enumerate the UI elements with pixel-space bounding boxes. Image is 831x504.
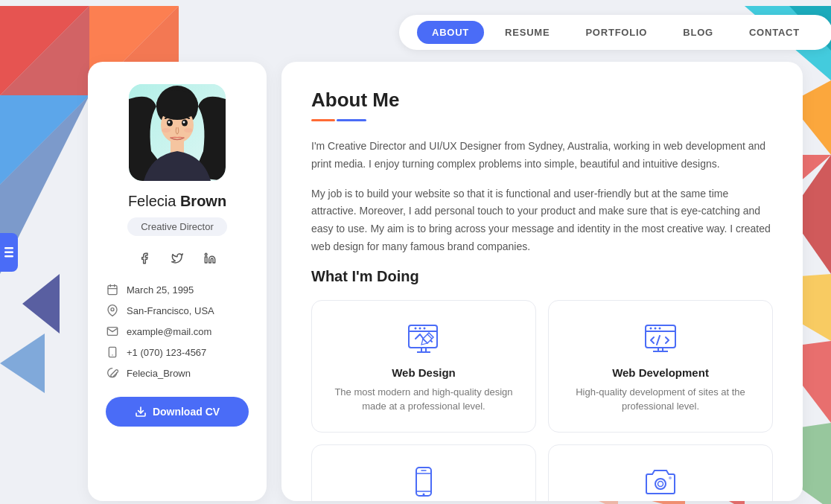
role-badge: Creative Director: [127, 217, 227, 236]
underline-orange: [311, 119, 335, 121]
svg-point-39: [111, 308, 114, 311]
email-info: example@mail.com: [106, 325, 249, 337]
svg-point-45: [415, 327, 417, 329]
nav-bar: ABOUT RESUME PORTFOLIO BLOG CONTACT: [118, 15, 831, 50]
about-para-2: My job is to build your website so that …: [311, 185, 773, 256]
twitter-icon[interactable]: [167, 248, 188, 269]
svg-rect-68: [4, 247, 13, 249]
svg-point-56: [659, 327, 661, 329]
svg-rect-69: [4, 251, 13, 253]
svg-point-31: [162, 128, 171, 133]
underline-blue: [337, 119, 366, 121]
svg-point-29: [168, 121, 171, 124]
social-links: [134, 248, 220, 269]
skype-icon: [106, 367, 119, 379]
svg-point-32: [184, 128, 193, 133]
birthday-info: March 25, 1995: [106, 284, 249, 296]
svg-rect-33: [205, 257, 207, 263]
svg-rect-70: [4, 255, 13, 258]
svg-point-65: [655, 479, 666, 489]
main-content: Felecia Brown Creative Director: [88, 62, 803, 501]
svg-point-30: [183, 121, 185, 124]
what-doing-title: What I'm Doing: [311, 268, 773, 285]
nav-contact[interactable]: CONTACT: [734, 21, 815, 44]
skype-info: Felecia_Brown: [106, 367, 249, 379]
sidebar-card: Felecia Brown Creative Director: [88, 62, 267, 501]
svg-point-63: [423, 493, 425, 495]
service-web-design: Web Design The most modern and high-qual…: [311, 300, 536, 433]
about-para-1: I'm Creative Director and UI/UX Designer…: [311, 138, 773, 173]
download-cv-button[interactable]: Download CV: [106, 397, 249, 427]
services-grid: Web Design The most modern and high-qual…: [311, 300, 773, 501]
skype-value: Felecia_Brown: [127, 368, 191, 379]
svg-point-66: [658, 481, 663, 486]
title-underline: [311, 119, 773, 121]
svg-point-55: [655, 327, 657, 329]
svg-point-46: [419, 327, 421, 329]
linkedin-icon[interactable]: [200, 248, 220, 269]
profile-name: Felecia Brown: [128, 193, 226, 210]
nav-about[interactable]: ABOUT: [417, 21, 484, 44]
location-info: San-Francisco, USA: [106, 304, 249, 316]
nav-resume[interactable]: RESUME: [490, 21, 564, 44]
svg-point-67: [669, 476, 672, 479]
info-list: March 25, 1995 San-Francisco, USA: [106, 284, 249, 379]
nav-blog[interactable]: BLOG: [668, 21, 728, 44]
svg-rect-35: [108, 286, 117, 295]
web-design-name: Web Design: [392, 366, 456, 379]
phone-icon: [106, 346, 119, 358]
phone-value: +1 (070) 123-4567: [127, 347, 206, 358]
email-value: example@mail.com: [127, 326, 211, 337]
download-icon: [135, 406, 147, 418]
email-icon: [106, 325, 119, 337]
page-wrapper: ABOUT RESUME PORTFOLIO BLOG CONTACT: [0, 0, 831, 504]
location-icon: [106, 304, 119, 316]
mobile-apps-icon: [404, 463, 443, 501]
svg-point-47: [424, 327, 426, 329]
service-web-development: Web Development High-quality development…: [548, 300, 773, 433]
download-label: Download CV: [153, 406, 220, 418]
menu-icon: [4, 247, 13, 258]
sidebar-toggle-button[interactable]: [0, 233, 18, 272]
svg-point-54: [650, 327, 652, 329]
location-value: San-Francisco, USA: [127, 305, 214, 316]
nav-portfolio[interactable]: PORTFOLIO: [570, 21, 662, 44]
web-design-icon: [404, 319, 443, 357]
web-development-icon: [641, 319, 680, 357]
birthday-value: March 25, 1995: [127, 284, 194, 296]
avatar: [129, 84, 226, 181]
content-card: About Me I'm Creative Director and UI/UX…: [281, 62, 803, 501]
nav-container: ABOUT RESUME PORTFOLIO BLOG CONTACT: [399, 15, 831, 50]
service-photography: Photography I make high-quality photos o…: [548, 444, 773, 501]
photography-icon: [641, 463, 680, 501]
web-dev-name: Web Development: [612, 366, 709, 379]
svg-point-34: [205, 253, 207, 255]
about-title: About Me: [311, 89, 773, 112]
service-mobile-apps: Mobile Apps Professional development of …: [311, 444, 536, 501]
web-design-desc: The most modern and high-quality design …: [327, 385, 520, 414]
calendar-icon: [106, 284, 119, 296]
svg-point-25: [156, 90, 198, 120]
phone-info: +1 (070) 123-4567: [106, 346, 249, 358]
web-dev-desc: High-quality development of sites at the…: [564, 385, 757, 414]
facebook-icon[interactable]: [134, 248, 155, 269]
